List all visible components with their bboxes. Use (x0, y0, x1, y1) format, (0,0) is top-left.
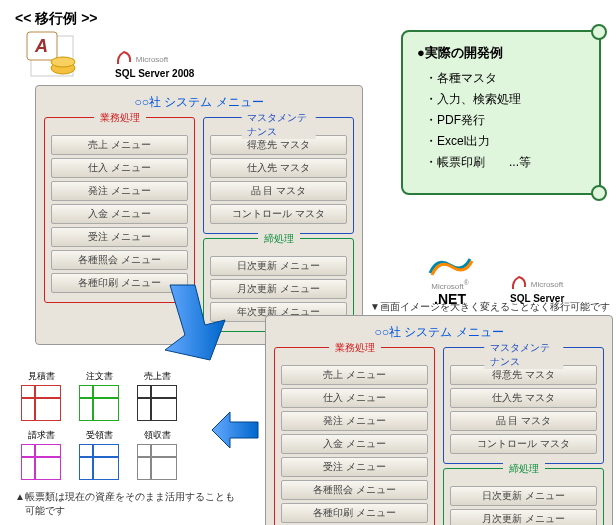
menu-button[interactable]: 仕入先 マスタ (210, 158, 347, 178)
menu-button[interactable]: コントロール マスタ (210, 204, 347, 224)
panel-title: ○○社 システム メニュー (274, 324, 604, 341)
access-icon: A (25, 30, 80, 87)
doc-thumb: 請求書 (15, 429, 67, 482)
svg-point-4 (51, 57, 75, 67)
menu-button[interactable]: 各種照会 メニュー (281, 480, 428, 500)
document-thumbnails: 見積書 注文書 売上書 請求書 受領書 領収書 (15, 370, 183, 482)
menu-button[interactable]: 入金 メニュー (281, 434, 428, 454)
group-master: マスタメンテナンス 得意先 マスタ 仕入先 マスタ 品 目 マスタ コントロール… (443, 347, 604, 464)
doc-thumb: 領収書 (131, 429, 183, 482)
menu-button[interactable]: 入金 メニュー (51, 204, 188, 224)
caption-bottom: ▲帳票類は現在の資産をそのまま活用することも 可能です (15, 490, 235, 518)
panel-title: ○○社 システム メニュー (44, 94, 354, 111)
group-master: マスタメンテナンス 得意先 マスタ 仕入先 マスタ 品 目 マスタ コントロール… (203, 117, 354, 234)
arrow-down-icon (150, 280, 270, 372)
menu-button[interactable]: 日次更新 メニュー (210, 256, 347, 276)
menu-button[interactable]: 月次更新 メニュー (450, 509, 597, 525)
menu-button[interactable]: 仕入先 マスタ (450, 388, 597, 408)
menu-button[interactable]: 各種照会 メニュー (51, 250, 188, 270)
doc-thumb: 見積書 (15, 370, 67, 423)
menu-button[interactable]: 売上 メニュー (281, 365, 428, 385)
menu-button[interactable]: 受注 メニュー (51, 227, 188, 247)
menu-button[interactable]: 発注 メニュー (51, 181, 188, 201)
caption-top: ▼画面イメージを大きく変えることなく移行可能です (370, 300, 610, 314)
group-shime: 締処理 日次更新 メニュー 月次更新 メニュー 年次更新 メニュー (443, 468, 604, 525)
menu-button[interactable]: コントロール マスタ (450, 434, 597, 454)
menu-button[interactable]: 品 目 マスタ (450, 411, 597, 431)
migrated-system-panel: ○○社 システム メニュー 業務処理 売上 メニュー 仕入 メニュー 発注 メニ… (265, 315, 613, 525)
menu-button[interactable]: 発注 メニュー (281, 411, 428, 431)
menu-button[interactable]: 各種印刷 メニュー (281, 503, 428, 523)
menu-button[interactable]: 日次更新 メニュー (450, 486, 597, 506)
doc-thumb: 売上書 (131, 370, 183, 423)
group-gyomu: 業務処理 売上 メニュー 仕入 メニュー 発注 メニュー 入金 メニュー 受注 … (274, 347, 435, 525)
doc-thumb: 注文書 (73, 370, 125, 423)
menu-button[interactable]: 売上 メニュー (51, 135, 188, 155)
menu-button[interactable]: 品 目 マスタ (210, 181, 347, 201)
menu-button[interactable]: 仕入 メニュー (51, 158, 188, 178)
svg-text:A: A (34, 36, 48, 56)
page-title: << 移行例 >> (15, 10, 97, 28)
sql-server-2008-logo: MicrosoftSQL Server 2008 (115, 50, 194, 79)
doc-thumb: 受領書 (73, 429, 125, 482)
arrow-left-icon (210, 410, 260, 452)
example-note: ●実際の開発例 ・各種マスタ ・入力、検索処理 ・PDF発行 ・Excel出力 … (401, 30, 601, 195)
menu-button[interactable]: 仕入 メニュー (281, 388, 428, 408)
dotnet-logo: Microsoft®.NET (425, 255, 475, 307)
menu-button[interactable]: 受注 メニュー (281, 457, 428, 477)
group-gyomu: 業務処理 売上 メニュー 仕入 メニュー 発注 メニュー 入金 メニュー 受注 … (44, 117, 195, 303)
